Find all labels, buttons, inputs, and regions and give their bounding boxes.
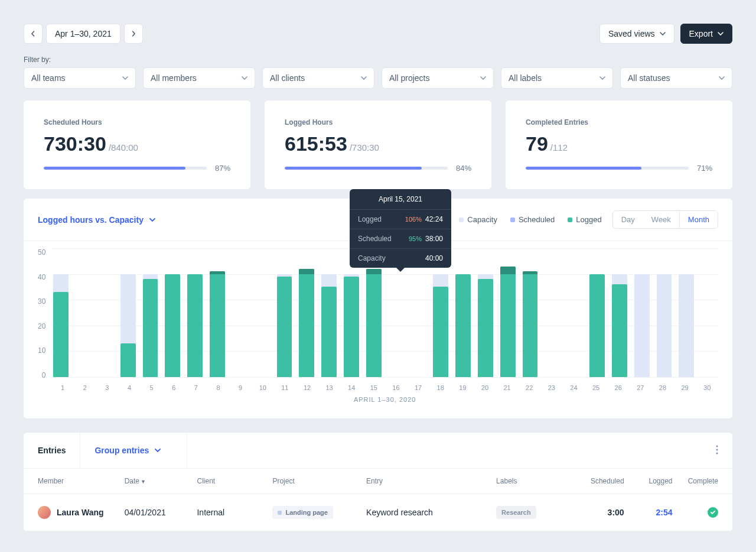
metric-total: /840:00	[109, 142, 138, 152]
x-axis-caption: APRIL 1–30, 2020	[51, 396, 718, 403]
filter-labels[interactable]: All labels	[501, 67, 613, 89]
date-prev-button[interactable]	[24, 24, 43, 44]
chevron-down-icon	[599, 75, 605, 81]
th-member[interactable]: Member	[24, 469, 118, 494]
entries-table: Member Date▼ Client Project Entry Labels…	[24, 469, 732, 531]
chart-plot[interactable]: 1234567891011121314151617181920212223242…	[51, 248, 718, 403]
svg-point-1	[716, 449, 718, 450]
chart-tooltip: April 15, 2021 Logged106%42:24Scheduled9…	[350, 189, 451, 268]
saved-views-button[interactable]: Saved views	[599, 24, 674, 44]
metric-total: /112	[550, 142, 568, 152]
chart-bar-2[interactable]	[74, 248, 93, 377]
chart-bar-7[interactable]	[185, 248, 204, 377]
date-next-button[interactable]	[124, 24, 143, 44]
metric-title: Scheduled Hours	[44, 118, 230, 126]
table-row[interactable]: Laura Wang04/01/2021InternalLanding page…	[24, 494, 732, 531]
chart-bar-23[interactable]	[543, 248, 562, 377]
filter-members[interactable]: All members	[143, 67, 255, 89]
chevron-down-icon	[480, 75, 486, 81]
filter-teams[interactable]: All teams	[24, 67, 136, 89]
tab-entries[interactable]: Entries	[24, 433, 80, 468]
chart-bar-21[interactable]	[498, 248, 517, 377]
chart-bar-22[interactable]	[521, 248, 540, 377]
chevron-down-icon	[155, 447, 161, 453]
export-button[interactable]: Export	[680, 24, 732, 44]
progress-bar	[44, 167, 207, 170]
th-project[interactable]: Project	[265, 469, 359, 494]
chart-bar-24[interactable]	[565, 248, 584, 377]
legend-capacity: Capacity	[459, 215, 497, 224]
chart-bar-29[interactable]	[677, 248, 696, 377]
chart-bar-4[interactable]	[119, 248, 138, 377]
range-week[interactable]: Week	[643, 211, 679, 228]
metric-title: Completed Entries	[526, 118, 712, 126]
chart-bar-10[interactable]	[253, 248, 272, 377]
range-day[interactable]: Day	[613, 211, 643, 228]
legend-logged: Logged	[568, 215, 601, 224]
tab-group-entries[interactable]: Group entries	[80, 433, 187, 468]
svg-point-2	[716, 452, 718, 454]
th-date[interactable]: Date▼	[118, 469, 190, 494]
th-scheduled[interactable]: Scheduled	[577, 469, 631, 494]
chevron-down-icon	[719, 75, 725, 81]
chart-bar-26[interactable]	[610, 248, 629, 377]
chevron-right-icon	[131, 31, 136, 37]
label-pill: Research	[496, 506, 536, 519]
chart-bar-5[interactable]	[141, 248, 160, 377]
range-month[interactable]: Month	[679, 211, 718, 228]
legend-scheduled: Scheduled	[510, 215, 555, 224]
th-entry[interactable]: Entry	[359, 469, 489, 494]
y-axis: 50403020100	[38, 248, 51, 379]
chart-bar-25[interactable]	[588, 248, 607, 377]
metric-logged-hours: Logged Hours 615:53/730:30 84%	[265, 100, 491, 189]
entries-panel: Entries Group entries Member Date▼ Clien…	[24, 433, 732, 531]
chart-legend: Capacity Scheduled Logged	[459, 215, 601, 224]
chart-bar-11[interactable]	[275, 248, 294, 377]
filter-projects[interactable]: All projects	[382, 67, 494, 89]
progress-bar	[526, 167, 689, 170]
chart-bar-13[interactable]	[320, 248, 338, 377]
project-pill: Landing page	[272, 506, 333, 519]
chevron-down-icon	[149, 217, 155, 223]
chart-bar-20[interactable]	[476, 248, 495, 377]
filter-statuses[interactable]: All statuses	[620, 67, 732, 89]
progress-pct: 84%	[456, 164, 471, 173]
metric-value: 730:30	[44, 132, 106, 155]
progress-pct: 71%	[697, 164, 712, 173]
chart-panel: Logged hours vs. Capacity Capacity Sched…	[24, 199, 732, 418]
chart-type-selector[interactable]: Logged hours vs. Capacity	[38, 215, 155, 225]
svg-point-0	[716, 445, 718, 447]
th-logged[interactable]: Logged	[631, 469, 680, 494]
chart-type-label: Logged hours vs. Capacity	[38, 215, 144, 225]
export-label: Export	[689, 29, 713, 38]
progress-pct: 87%	[215, 164, 230, 173]
th-labels[interactable]: Labels	[489, 469, 576, 494]
chart-bar-9[interactable]	[230, 248, 249, 377]
chart-bar-30[interactable]	[699, 248, 718, 377]
chart-bar-3[interactable]	[96, 248, 115, 377]
date-range-label: Apr 1–30, 2021	[55, 29, 112, 38]
chart-bar-8[interactable]	[208, 248, 227, 377]
filter-clients[interactable]: All clients	[262, 67, 374, 89]
chart-bar-19[interactable]	[454, 248, 472, 377]
metric-scheduled-hours: Scheduled Hours 730:30/840:00 87%	[24, 100, 250, 189]
filter-by-label: Filter by:	[24, 56, 732, 64]
table-more-icon[interactable]	[702, 445, 732, 456]
logged-link[interactable]: 2:54	[656, 508, 672, 517]
chart-bar-28[interactable]	[655, 248, 674, 377]
saved-views-label: Saved views	[608, 29, 655, 38]
date-range-button[interactable]: Apr 1–30, 2021	[46, 24, 120, 44]
chart-bar-12[interactable]	[297, 248, 316, 377]
metric-value: 79	[526, 132, 548, 155]
chart-bar-27[interactable]	[633, 248, 651, 377]
metric-completed-entries: Completed Entries 79/112 71%	[506, 100, 732, 189]
metric-value: 615:53	[285, 132, 347, 155]
metric-total: /730:30	[350, 142, 379, 152]
avatar	[38, 506, 51, 519]
th-client[interactable]: Client	[190, 469, 265, 494]
chart-bar-6[interactable]	[163, 248, 182, 377]
progress-bar	[285, 167, 448, 170]
chevron-left-icon	[30, 31, 36, 37]
th-complete[interactable]: Complete	[680, 469, 733, 494]
chart-bar-1[interactable]	[51, 248, 70, 377]
